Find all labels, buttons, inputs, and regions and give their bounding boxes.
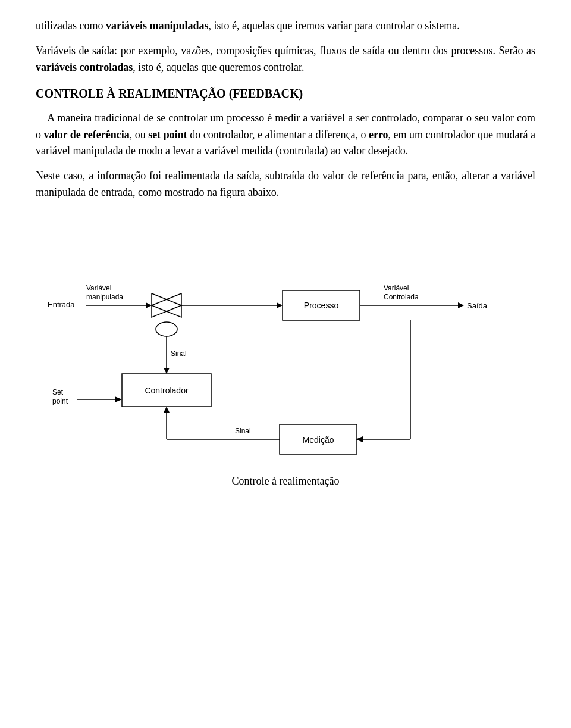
bold-erro: erro: [369, 129, 388, 140]
variavel-controlada-label: Variável: [384, 284, 409, 292]
svg-marker-11: [164, 368, 170, 374]
bold-valor-referencia: valor de referência: [44, 129, 130, 140]
paragraph-4: Neste caso, a informação foi realimentad…: [36, 168, 535, 201]
bold-variaveis-controladas: variáveis controladas: [36, 61, 133, 73]
paragraph-2: Variáveis de saída: por exemplo, vazões,…: [36, 43, 535, 76]
svg-marker-22: [164, 407, 170, 413]
bold-variaveis-manipuladas: variáveis manipuladas: [106, 20, 209, 32]
intro-paragraphs: utilizadas como variáveis manipuladas, i…: [36, 18, 535, 76]
variavel-manipulada-top-label: Variável: [86, 284, 111, 292]
svg-marker-14: [115, 396, 122, 402]
feedback-diagram: text { font-family: Arial, sans-serif; f…: [30, 219, 541, 469]
svg-marker-2: [152, 293, 181, 317]
processo-label: Processo: [304, 301, 339, 310]
paragraph-1: utilizadas como variáveis manipuladas, i…: [36, 18, 535, 35]
feedback-paragraphs: A maneira tradicional de se controlar um…: [36, 110, 535, 201]
sinal-top-label: Sinal: [171, 349, 187, 358]
sinal-bottom-label: Sinal: [235, 427, 251, 435]
svg-point-4: [156, 322, 177, 336]
svg-marker-6: [277, 302, 283, 308]
controlador-label: Controlador: [145, 386, 188, 395]
svg-marker-9: [458, 302, 464, 308]
medicao-label: Medição: [303, 435, 334, 445]
set-point-label2: point: [52, 397, 68, 405]
bold-set-point: set point: [148, 129, 187, 140]
svg-marker-3: [152, 293, 181, 317]
paragraph-3: A maneira tradicional de se controlar um…: [36, 110, 535, 160]
entrada-label: Entrada: [48, 300, 75, 309]
underline-variaveis-saida: Variáveis de saída: [36, 45, 114, 57]
section-title-feedback: CONTROLE À REALIMENTAÇÃO (FEEDBACK): [36, 87, 535, 101]
set-point-label: Set: [52, 388, 64, 396]
saida-label: Saída: [467, 301, 488, 310]
variavel-controlada-label2: Controlada: [384, 293, 419, 301]
diagram-container: text { font-family: Arial, sans-serif; f…: [36, 219, 535, 488]
diagram-caption: Controle à realimentação: [232, 475, 340, 488]
variavel-manipulada-top-label2: manipulada: [86, 293, 123, 301]
